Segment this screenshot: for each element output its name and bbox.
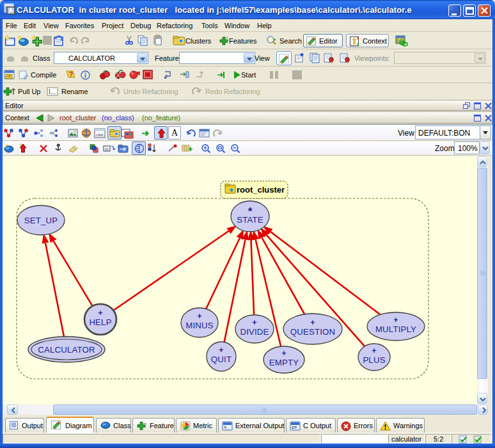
svg-text:STATE: STATE [237, 215, 263, 225]
svg-text:I...: I... [49, 88, 56, 95]
svg-text:>_: >_ [224, 425, 229, 429]
svg-text:EMPTY: EMPTY [269, 358, 299, 367]
svg-text:c=: c= [292, 425, 297, 429]
svg-text:MINUS: MINUS [185, 321, 214, 330]
svg-text:QUESTION: QUESTION [290, 327, 335, 337]
svg-text:CALCULATOR: CALCULATOR [38, 345, 95, 355]
svg-text:+: + [393, 316, 398, 324]
svg-text:HELP: HELP [89, 317, 111, 327]
svg-text:SET_UP: SET_UP [24, 216, 58, 225]
svg-text:UML: UML [96, 133, 104, 137]
svg-text:+: + [98, 308, 102, 317]
svg-text:+: + [372, 346, 376, 355]
svg-text:+: + [281, 349, 286, 358]
svg-text:PLUS: PLUS [363, 355, 385, 365]
svg-text:DIVIDE: DIVIDE [240, 327, 269, 337]
svg-text:QUIT: QUIT [211, 355, 232, 364]
svg-text:90: 90 [105, 147, 109, 151]
svg-text:?: ? [69, 71, 73, 78]
svg-text:root_cluster: root_cluster [237, 185, 285, 195]
svg-text:+: + [252, 318, 256, 327]
svg-text:+: + [219, 346, 223, 355]
svg-text:+: + [310, 318, 315, 327]
svg-text:MULTIPLY: MULTIPLY [375, 324, 416, 334]
svg-text:+: + [197, 312, 201, 321]
